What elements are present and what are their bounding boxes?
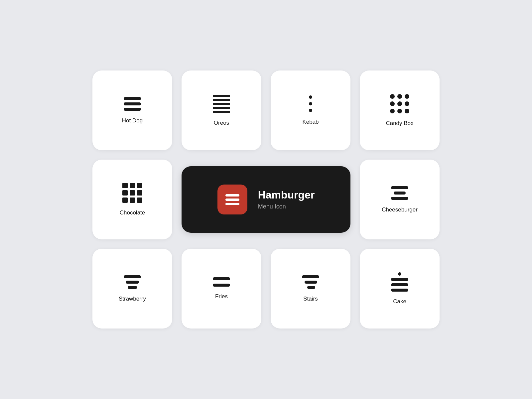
- icon-grid: Hot Dog Oreos Kebab Candy Box: [92, 70, 440, 329]
- card-kebab[interactable]: Kebab: [271, 70, 350, 150]
- stairs-label: Stairs: [303, 296, 318, 302]
- card-hot-dog[interactable]: Hot Dog: [92, 70, 172, 150]
- fries-label: Fries: [215, 293, 228, 300]
- card-strawberry[interactable]: Strawberry: [92, 249, 172, 329]
- hot-dog-icon: [124, 97, 141, 111]
- card-fries[interactable]: Fries: [182, 249, 261, 329]
- card-candy-box[interactable]: Candy Box: [360, 70, 440, 150]
- card-hero-hamburger[interactable]: Hamburger Menu Icon: [182, 166, 350, 233]
- hero-subtitle: Menu Icon: [258, 203, 315, 210]
- hamburger-hero-icon: [225, 194, 239, 205]
- fries-icon: [213, 277, 230, 287]
- stairs-icon: [302, 275, 319, 289]
- chocolate-icon: [122, 183, 142, 203]
- oreos-label: Oreos: [214, 120, 229, 126]
- chocolate-label: Chocolate: [120, 209, 145, 216]
- cheeseburger-icon: [391, 186, 408, 200]
- hero-title: Hamburger: [258, 189, 315, 201]
- card-cheeseburger[interactable]: Cheeseburger: [360, 160, 440, 239]
- card-oreos[interactable]: Oreos: [182, 70, 261, 150]
- cheeseburger-label: Cheeseburger: [382, 206, 418, 213]
- cake-label: Cake: [393, 298, 406, 305]
- kebab-label: Kebab: [302, 119, 319, 125]
- card-stairs[interactable]: Stairs: [271, 249, 350, 329]
- hero-icon-bg: [217, 185, 247, 214]
- strawberry-label: Strawberry: [119, 296, 146, 302]
- card-chocolate[interactable]: Chocolate: [92, 160, 172, 239]
- hot-dog-label: Hot Dog: [122, 117, 143, 124]
- candy-box-icon: [390, 94, 409, 113]
- oreos-icon: [213, 95, 230, 113]
- strawberry-icon: [124, 275, 141, 289]
- card-cake[interactable]: Cake: [360, 249, 440, 329]
- kebab-icon: [309, 95, 312, 112]
- candy-box-label: Candy Box: [386, 120, 413, 127]
- cake-icon: [391, 272, 408, 292]
- hero-text-group: Hamburger Menu Icon: [258, 189, 315, 210]
